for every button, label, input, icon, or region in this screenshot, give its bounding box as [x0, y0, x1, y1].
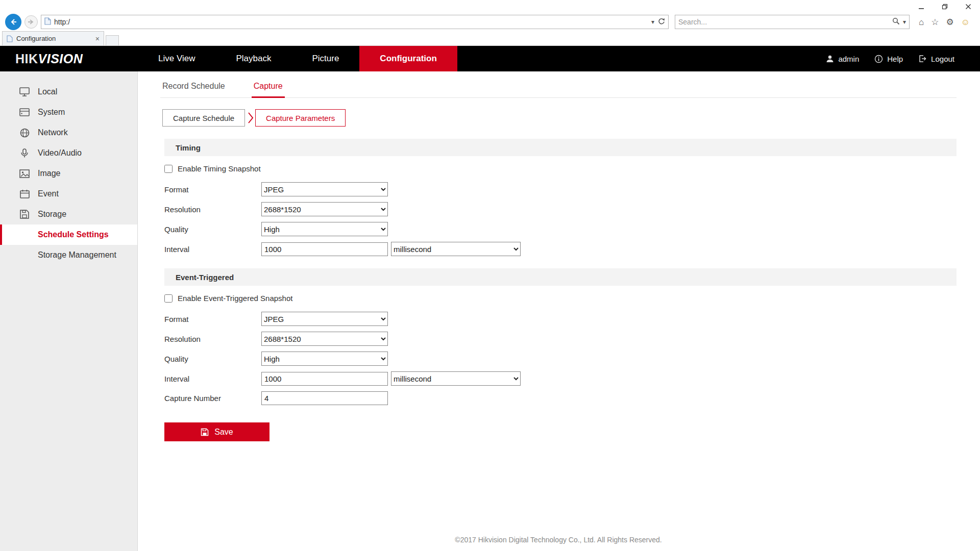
- window-controls: [910, 0, 980, 13]
- sidebar-item-video-audio[interactable]: Video/Audio: [0, 143, 137, 163]
- forward-button[interactable]: [24, 15, 38, 29]
- subtab-capture-schedule[interactable]: Capture Schedule: [162, 109, 245, 127]
- sidebar-item-label: Storage Management: [38, 251, 116, 260]
- browser-tab-title: Configuration: [16, 35, 56, 42]
- minimize-icon: [918, 4, 924, 10]
- nav-playback[interactable]: Playback: [215, 46, 291, 71]
- timing-format-select[interactable]: JPEG: [261, 182, 388, 196]
- event-interval-unit-select[interactable]: millisecond: [391, 371, 521, 386]
- tab-favicon: [7, 35, 13, 42]
- minimize-button[interactable]: [910, 0, 933, 13]
- back-arrow-icon: [9, 18, 17, 26]
- event-interval-label: Interval: [164, 374, 261, 383]
- admin-user[interactable]: admin: [820, 55, 865, 63]
- page-icon: [44, 17, 51, 27]
- timing-resolution-label: Resolution: [164, 205, 261, 214]
- enable-timing-snapshot-checkbox[interactable]: [164, 165, 173, 173]
- sidebar-item-system[interactable]: System: [0, 102, 137, 122]
- tab-close-icon[interactable]: ×: [95, 35, 100, 43]
- back-button[interactable]: [5, 14, 21, 30]
- sidebar: Local System Network Video/Audio Image E…: [0, 71, 138, 551]
- capture-number-input[interactable]: [261, 391, 388, 405]
- nav-live-view[interactable]: Live View: [138, 46, 215, 71]
- search-dropdown-icon[interactable]: ▾: [903, 18, 906, 26]
- timing-interval-unit-select[interactable]: millisecond: [391, 242, 521, 256]
- tab-record-schedule[interactable]: Record Schedule: [160, 82, 227, 97]
- sidebar-item-schedule-settings[interactable]: Schedule Settings: [0, 224, 137, 245]
- sidebar-item-label: Schedule Settings: [38, 230, 109, 239]
- home-icon[interactable]: ⌂: [919, 18, 924, 27]
- event-resolution-label: Resolution: [164, 335, 261, 343]
- feedback-smiley-icon[interactable]: ☺: [961, 18, 970, 27]
- header-right: admin Help Logout: [820, 46, 980, 71]
- sidebar-item-local[interactable]: Local: [0, 82, 137, 102]
- address-input[interactable]: [54, 18, 648, 26]
- timing-format-label: Format: [164, 185, 261, 194]
- save-button[interactable]: Save: [164, 422, 270, 441]
- enable-event-triggered-snapshot-row[interactable]: Enable Event-Triggered Snapshot: [164, 294, 292, 303]
- sidebar-item-label: System: [38, 108, 65, 117]
- logout-link[interactable]: Logout: [912, 55, 961, 63]
- nav-configuration[interactable]: Configuration: [359, 46, 457, 71]
- new-tab-button[interactable]: [106, 35, 119, 45]
- close-icon: [965, 4, 971, 10]
- sidebar-item-label: Storage: [38, 210, 66, 219]
- timing-interval-input[interactable]: [261, 242, 388, 256]
- settings-gear-icon[interactable]: ⚙: [946, 18, 954, 27]
- timing-format-row: Format JPEG: [164, 182, 957, 196]
- screen: ▾ ▾ ⌂ ☆ ⚙ ☺ Configuration ×: [0, 0, 980, 551]
- event-resolution-select[interactable]: 2688*1520: [261, 332, 388, 346]
- capture-number-row: Capture Number: [164, 391, 957, 405]
- event-interval-input[interactable]: [261, 372, 388, 386]
- sidebar-item-image[interactable]: Image: [0, 163, 137, 184]
- event-triggered-section-title: Event-Triggered: [176, 273, 234, 282]
- network-icon: [18, 128, 31, 138]
- event-icon: [18, 189, 31, 198]
- sidebar-item-event[interactable]: Event: [0, 184, 137, 204]
- help-link[interactable]: Help: [868, 55, 909, 63]
- search-input[interactable]: [678, 18, 889, 26]
- timing-resolution-select[interactable]: 2688*1520: [261, 202, 388, 216]
- app-body: Local System Network Video/Audio Image E…: [0, 71, 980, 551]
- system-icon: [18, 108, 31, 117]
- sidebar-item-storage-management[interactable]: Storage Management: [0, 245, 137, 265]
- sidebar-item-network[interactable]: Network: [0, 122, 137, 143]
- enable-timing-snapshot-label: Enable Timing Snapshot: [178, 164, 261, 173]
- capture-subtabs: Capture Schedule Capture Parameters: [162, 109, 957, 127]
- timing-quality-select[interactable]: High: [261, 222, 388, 236]
- event-quality-row: Quality High: [164, 352, 957, 366]
- logout-icon: [918, 55, 927, 63]
- nav-picture[interactable]: Picture: [291, 46, 359, 71]
- browser-tab-configuration[interactable]: Configuration ×: [2, 31, 104, 45]
- search-box[interactable]: ▾: [675, 15, 910, 29]
- timing-interval-label: Interval: [164, 245, 261, 254]
- search-icon[interactable]: [892, 17, 900, 27]
- tab-capture[interactable]: Capture: [252, 82, 285, 98]
- enable-timing-snapshot-row[interactable]: Enable Timing Snapshot: [164, 164, 261, 173]
- event-triggered-section-header: Event-Triggered: [164, 268, 957, 286]
- restore-button[interactable]: [933, 0, 957, 13]
- subtab-capture-parameters[interactable]: Capture Parameters: [255, 109, 346, 127]
- address-bar[interactable]: ▾: [41, 15, 669, 29]
- restore-icon: [942, 4, 948, 10]
- person-icon: [826, 55, 834, 63]
- close-button[interactable]: [957, 0, 980, 13]
- favorites-star-icon[interactable]: ☆: [931, 18, 939, 27]
- event-quality-select[interactable]: High: [261, 352, 388, 366]
- sidebar-item-storage[interactable]: Storage: [0, 204, 137, 224]
- audio-icon: [18, 148, 31, 158]
- timing-section-title: Timing: [176, 143, 201, 152]
- enable-event-triggered-snapshot-checkbox[interactable]: [164, 294, 173, 303]
- logo-vision: VISION: [38, 52, 83, 66]
- save-row: Save: [164, 422, 957, 441]
- content-tabs: Record Schedule Capture: [160, 82, 957, 98]
- address-dropdown-icon[interactable]: ▾: [651, 18, 654, 26]
- monitor-icon: [18, 87, 31, 96]
- refresh-icon[interactable]: [657, 17, 665, 27]
- content-area: Record Schedule Capture Capture Schedule…: [138, 71, 980, 551]
- event-format-select[interactable]: JPEG: [261, 312, 388, 326]
- event-format-label: Format: [164, 315, 261, 323]
- app-header: HIKVISION Live View Playback Picture Con…: [0, 46, 980, 71]
- sidebar-item-label: Image: [38, 169, 60, 178]
- browser-nav-row: ▾ ▾ ⌂ ☆ ⚙ ☺: [0, 13, 980, 31]
